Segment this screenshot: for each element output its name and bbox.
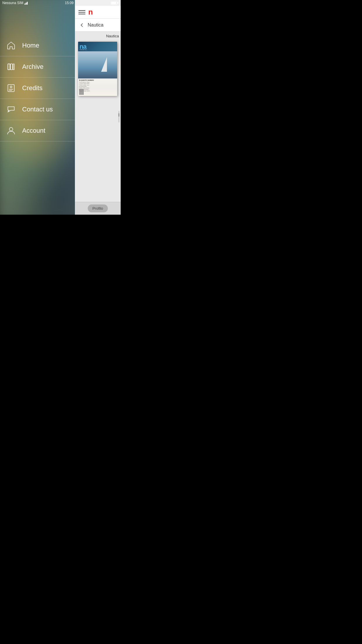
sidebar-menu: Home Archive Credits [0,0,76,215]
credits-label: Credits [22,84,43,92]
scroll-thumb [118,113,120,117]
svg-point-5 [10,86,12,88]
svg-rect-0 [8,64,10,70]
time-display: 15:09 [65,1,74,5]
status-bar: Nessuna SIM 15:09 [0,0,121,6]
home-icon [6,40,16,51]
svg-point-8 [9,127,13,131]
scroll-indicator [118,111,120,123]
archive-icon [6,62,16,72]
sidebar-item-archive[interactable]: Archive [0,56,76,78]
app-logo: n [88,8,93,17]
svg-rect-2 [10,64,13,70]
carrier-text: Nessuna SIM [2,1,23,5]
magazine-toc: IN QUESTO NUMERO Strumentazione: Raym...… [78,78,117,96]
sidebar-item-credits[interactable]: Credits [0,78,76,99]
panel-header: n [75,6,121,19]
home-label: Home [22,42,39,49]
sail-graphic [92,57,110,69]
toc-title: IN QUESTO NUMERO [79,79,116,81]
account-icon [6,125,16,136]
battery-area [111,1,118,5]
nav-title: Nautica [88,22,103,28]
sidebar-item-account[interactable]: Account [0,120,76,141]
battery-icon [111,1,118,5]
sidebar-item-home[interactable]: Home [0,35,76,56]
carrier-info: Nessuna SIM [2,1,28,5]
toc-content: Strumentazione: Raym... un passo avanti … [79,82,116,92]
magazine-header: na mensile int... [78,42,117,51]
contact-label: Contact us [22,106,53,113]
section-title: Nautica [75,32,121,41]
contact-icon [6,104,16,115]
credits-icon [6,83,16,93]
panel-nav: Nautica [75,19,121,32]
app-panel: n Nautica Nautica na mensile int... IN Q… [75,0,121,215]
magazine-image [78,51,117,80]
wifi-icon [24,1,28,5]
back-button[interactable] [77,20,87,30]
svg-rect-3 [13,64,14,70]
magazine-subtitle: mensile int... [79,49,87,50]
panel-bottom-bar: Profilo [75,202,121,215]
svg-rect-1 [8,64,10,70]
profile-button[interactable]: Profilo [88,204,108,212]
panel-content: Nautica na mensile int... IN QUESTO NUME… [75,32,121,202]
hamburger-button[interactable] [77,8,87,17]
barcode [79,89,84,95]
magazine-cover[interactable]: na mensile int... IN QUESTO NUMERO Strum… [78,42,117,96]
archive-label: Archive [22,63,43,71]
account-label: Account [22,127,45,134]
sidebar-item-contact[interactable]: Contact us [0,99,76,120]
